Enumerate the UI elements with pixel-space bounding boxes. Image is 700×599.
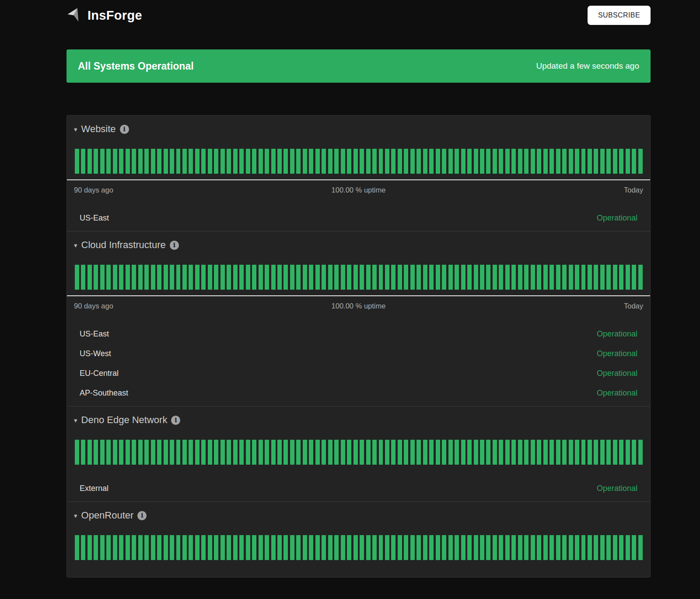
uptime-bar[interactable] (106, 535, 111, 560)
uptime-bar[interactable] (296, 440, 301, 465)
uptime-bar[interactable] (88, 535, 92, 560)
uptime-bar[interactable] (562, 265, 567, 290)
uptime-bar[interactable] (227, 265, 231, 290)
uptime-bar[interactable] (94, 440, 98, 465)
uptime-bar[interactable] (100, 265, 105, 290)
uptime-bar[interactable] (606, 149, 611, 174)
uptime-bar[interactable] (322, 535, 326, 560)
uptime-bar[interactable] (271, 265, 276, 290)
uptime-bar[interactable] (461, 535, 466, 560)
uptime-bar[interactable] (442, 265, 446, 290)
uptime-bar[interactable] (423, 265, 427, 290)
uptime-bar[interactable] (277, 535, 282, 560)
uptime-bar[interactable] (309, 265, 313, 290)
uptime-bar[interactable] (461, 265, 466, 290)
uptime-bar[interactable] (157, 535, 161, 560)
uptime-bar[interactable] (436, 265, 440, 290)
uptime-bar[interactable] (220, 440, 225, 465)
uptime-bar[interactable] (315, 265, 320, 290)
uptime-bar[interactable] (360, 265, 364, 290)
uptime-bar[interactable] (398, 265, 402, 290)
uptime-bar[interactable] (531, 535, 535, 560)
uptime-bar[interactable] (94, 265, 98, 290)
uptime-bar[interactable] (88, 440, 92, 465)
uptime-bar[interactable] (467, 149, 472, 174)
uptime-bar[interactable] (429, 535, 434, 560)
uptime-bar[interactable] (632, 535, 636, 560)
uptime-bar[interactable] (290, 535, 294, 560)
uptime-bar[interactable] (265, 535, 269, 560)
uptime-bar[interactable] (246, 149, 250, 174)
uptime-bar[interactable] (524, 535, 528, 560)
uptime-bar[interactable] (239, 149, 244, 174)
uptime-bar[interactable] (170, 440, 174, 465)
uptime-bar[interactable] (138, 149, 143, 174)
uptime-bar[interactable] (334, 265, 339, 290)
uptime-bar[interactable] (379, 440, 383, 465)
uptime-bar[interactable] (119, 149, 123, 174)
uptime-bar[interactable] (119, 535, 123, 560)
uptime-bar[interactable] (416, 535, 421, 560)
uptime-bar[interactable] (372, 265, 377, 290)
uptime-bar[interactable] (119, 440, 123, 465)
uptime-bar[interactable] (423, 535, 427, 560)
uptime-bar[interactable] (284, 440, 288, 465)
uptime-bar[interactable] (556, 440, 560, 465)
uptime-bar[interactable] (296, 535, 301, 560)
uptime-bar[interactable] (543, 535, 548, 560)
uptime-bar[interactable] (195, 265, 200, 290)
uptime-bar[interactable] (113, 149, 117, 174)
uptime-bar[interactable] (543, 440, 548, 465)
uptime-bar[interactable] (518, 440, 522, 465)
uptime-bar[interactable] (594, 440, 598, 465)
uptime-bar[interactable] (436, 149, 440, 174)
uptime-bar[interactable] (543, 149, 548, 174)
uptime-bar[interactable] (455, 440, 459, 465)
uptime-bar[interactable] (379, 149, 383, 174)
uptime-bar[interactable] (366, 535, 371, 560)
uptime-bar[interactable] (144, 265, 149, 290)
uptime-bar[interactable] (638, 265, 643, 290)
uptime-bar[interactable] (531, 265, 535, 290)
uptime-bar[interactable] (259, 440, 263, 465)
uptime-bar[interactable] (88, 265, 92, 290)
uptime-bar[interactable] (480, 440, 484, 465)
uptime-bar[interactable] (106, 440, 111, 465)
uptime-bar[interactable] (486, 265, 490, 290)
info-icon[interactable]: i (170, 241, 179, 250)
uptime-bar[interactable] (259, 149, 263, 174)
uptime-bar[interactable] (290, 440, 294, 465)
uptime-bar[interactable] (182, 265, 187, 290)
uptime-bar[interactable] (132, 535, 136, 560)
uptime-bar[interactable] (455, 149, 459, 174)
uptime-bar[interactable] (322, 265, 326, 290)
uptime-bar[interactable] (588, 535, 592, 560)
uptime-bar[interactable] (246, 265, 250, 290)
info-icon[interactable]: i (120, 125, 129, 134)
uptime-bar[interactable] (632, 265, 636, 290)
uptime-bar[interactable] (569, 535, 573, 560)
uptime-bar[interactable] (581, 440, 586, 465)
uptime-bar[interactable] (271, 535, 276, 560)
uptime-bar[interactable] (341, 149, 345, 174)
uptime-bar[interactable] (372, 535, 377, 560)
uptime-bar[interactable] (259, 265, 263, 290)
uptime-bar[interactable] (151, 535, 155, 560)
uptime-bar[interactable] (126, 535, 130, 560)
uptime-bar[interactable] (138, 265, 143, 290)
uptime-bar[interactable] (613, 149, 617, 174)
uptime-bar[interactable] (126, 149, 130, 174)
uptime-bar[interactable] (170, 149, 174, 174)
uptime-bar[interactable] (448, 440, 453, 465)
uptime-bar[interactable] (626, 265, 630, 290)
uptime-bar[interactable] (144, 535, 149, 560)
uptime-bar[interactable] (182, 535, 187, 560)
chevron-down-icon[interactable]: ▾ (74, 512, 77, 519)
uptime-bar[interactable] (518, 265, 522, 290)
uptime-bar[interactable] (569, 265, 573, 290)
uptime-bar[interactable] (404, 265, 408, 290)
uptime-bar[interactable] (151, 265, 155, 290)
uptime-bar[interactable] (94, 535, 98, 560)
uptime-bar[interactable] (265, 265, 269, 290)
uptime-bar[interactable] (391, 535, 396, 560)
